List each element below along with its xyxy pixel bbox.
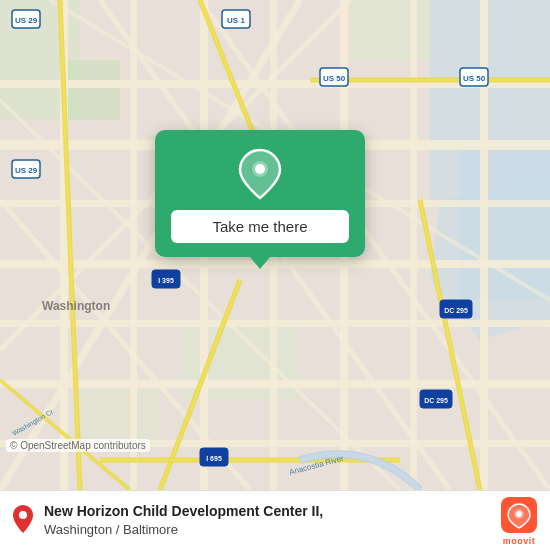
- location-info: New Horizon Child Development Center II,…: [44, 502, 490, 539]
- svg-rect-21: [410, 0, 417, 490]
- svg-text:I 395: I 395: [158, 277, 174, 284]
- svg-rect-17: [130, 0, 137, 490]
- svg-text:US 1: US 1: [227, 16, 245, 25]
- map-container: US 29 US 29 US 1 US 50 US 50 I 395 I 695…: [0, 0, 550, 490]
- svg-text:I 695: I 695: [206, 455, 222, 462]
- moovit-text: moovit: [503, 536, 536, 546]
- location-pin-icon: [234, 148, 286, 200]
- moovit-icon: [500, 496, 538, 534]
- destination-pin-icon: [12, 504, 34, 538]
- svg-rect-8: [80, 380, 160, 440]
- svg-text:US 29: US 29: [15, 16, 38, 25]
- svg-text:Washington: Washington: [42, 299, 110, 313]
- location-name: New Horizon Child Development Center II,…: [44, 502, 490, 539]
- popup-card: Take me there: [155, 130, 365, 257]
- take-me-there-button[interactable]: Take me there: [171, 210, 349, 243]
- moovit-logo: moovit: [500, 496, 538, 546]
- svg-point-67: [19, 511, 27, 519]
- svg-text:US 29: US 29: [15, 166, 38, 175]
- svg-text:DC 295: DC 295: [444, 307, 468, 314]
- svg-point-66: [255, 164, 265, 174]
- svg-text:US 50: US 50: [463, 74, 486, 83]
- svg-rect-5: [60, 60, 120, 120]
- osm-attribution: © OpenStreetMap contributors: [6, 439, 150, 452]
- svg-rect-6: [350, 0, 430, 60]
- svg-text:US 50: US 50: [323, 74, 346, 83]
- info-bar: New Horizon Child Development Center II,…: [0, 490, 550, 550]
- svg-text:DC 295: DC 295: [424, 397, 448, 404]
- svg-point-70: [516, 511, 522, 517]
